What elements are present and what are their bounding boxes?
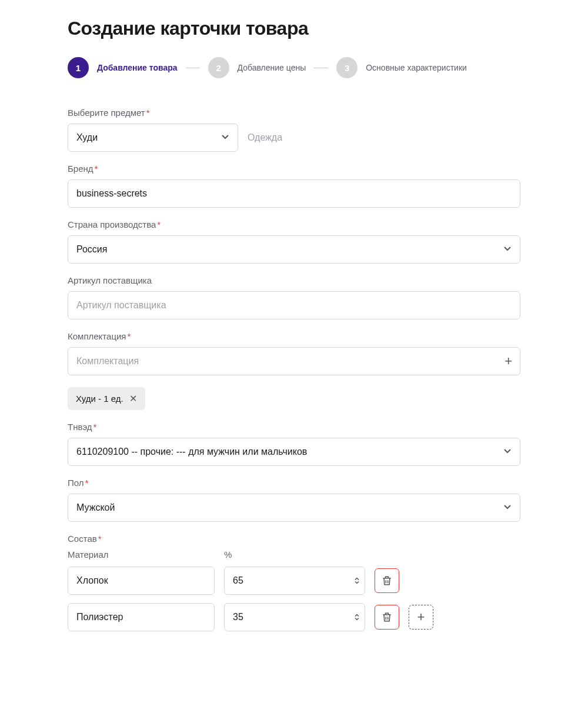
country-select[interactable]: Россия [68,235,520,264]
composition-col-percent: % [224,550,365,560]
supplier-sku-input[interactable] [68,291,520,319]
bundle-input[interactable] [68,347,520,375]
step-1-label: Добавление товара [97,63,178,72]
number-stepper[interactable] [355,614,359,621]
close-icon[interactable]: ✕ [129,393,137,404]
subject-select[interactable]: Худи [68,124,238,152]
supplier-sku-label: Артикул поставщика [68,275,520,285]
stepper: 1 Добавление товара 2 Добавление цены 3 … [68,57,520,78]
step-2-label: Добавление цены [238,63,306,72]
composition-row [68,567,520,595]
bundle-chip: Худи - 1 ед. ✕ [68,387,145,410]
subject-label: Выберите предмет* [68,108,520,118]
chevron-down-icon [221,132,229,143]
delete-button[interactable] [375,568,399,593]
chevron-down-icon [503,244,512,255]
subject-value: Худи [76,132,98,143]
trash-icon [381,611,393,623]
gender-select[interactable]: Мужской [68,494,520,522]
subject-category-hint: Одежда [248,132,282,143]
step-2[interactable]: 2 Добавление цены [208,57,306,78]
composition-col-material: Материал [68,550,215,560]
tnved-value: 6110209100 -- прочие: --- для мужчин или… [76,447,307,457]
required-star: * [85,478,89,488]
step-3-circle: 3 [336,57,358,78]
required-star: * [95,164,98,174]
trash-icon [381,575,393,587]
step-3[interactable]: 3 Основные характеристики [336,57,467,78]
material-input[interactable] [68,603,215,631]
step-1[interactable]: 1 Добавление товара [68,57,178,78]
composition-row: + [68,603,520,631]
step-divider [314,68,328,68]
percent-input[interactable] [224,567,365,595]
required-star: * [93,422,97,432]
bundle-label: Комплектация* [68,331,520,341]
material-input[interactable] [68,567,215,595]
add-row-button[interactable]: + [409,605,433,630]
step-1-circle: 1 [68,57,89,78]
step-2-circle: 2 [208,57,229,78]
country-label: Страна производства* [68,219,520,229]
bundle-chip-label: Худи - 1 ед. [76,394,123,404]
required-star: * [98,534,102,544]
chevron-down-icon [503,502,512,513]
brand-input[interactable] [68,179,520,208]
gender-value: Мужской [76,502,115,513]
required-star: * [127,331,131,341]
required-star: * [157,219,161,229]
delete-button[interactable] [375,605,399,630]
step-divider [186,68,200,68]
chevron-down-icon [503,447,512,457]
step-3-label: Основные характеристики [366,63,467,72]
percent-input[interactable] [224,603,365,631]
plus-icon[interactable]: + [505,354,512,369]
number-stepper[interactable] [355,578,359,584]
composition-label: Состав* [68,534,520,544]
gender-label: Пол* [68,478,520,488]
country-value: Россия [76,244,107,255]
brand-label: Бренд* [68,164,520,174]
required-star: * [146,108,150,118]
tnved-select[interactable]: 6110209100 -- прочие: --- для мужчин или… [68,438,520,466]
page-title: Создание карточки товара [68,18,520,39]
plus-icon: + [417,610,425,625]
tnved-label: Тнвэд* [68,422,520,432]
